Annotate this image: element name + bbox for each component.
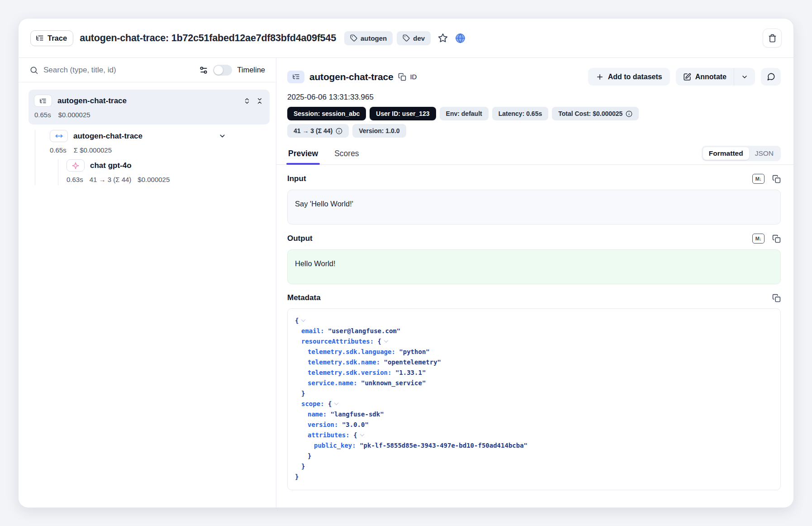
json-line: telemetry.sdk.version: "1.33.1" [295, 368, 773, 378]
search-icon [29, 66, 38, 75]
copy-id-icon[interactable] [398, 73, 406, 81]
node-latency: 0.65s [34, 111, 51, 119]
annotate-menu-button[interactable] [734, 68, 755, 86]
info-icon[interactable] [336, 128, 342, 134]
json-line: } [295, 388, 773, 399]
copy-icon[interactable] [772, 234, 781, 243]
node-cost: $0.000025 [138, 176, 170, 183]
collapse-chevron-icon[interactable] [360, 432, 364, 436]
annotate-label: Annotate [695, 73, 727, 81]
detail-actions: Add to datasets Annotate [588, 68, 781, 86]
total-cost-badge: Total Cost: $0.000025 [552, 107, 639, 120]
tree-node-trace[interactable]: autogen-chat-trace 0.65s [28, 90, 270, 124]
json-line: scope: { [295, 399, 773, 409]
info-icon[interactable] [626, 110, 632, 117]
json-line: } [295, 461, 773, 472]
tree-node-generation[interactable]: chat gpt-4o 0.63s 41 → 3 (Σ 44) $0.00002… [66, 159, 270, 183]
json-line: } [295, 472, 773, 482]
input-label: Input [287, 174, 306, 183]
format-toggle-json[interactable]: JSON [749, 147, 779, 160]
json-line: service.name: "unknown_service" [295, 378, 773, 388]
list-tree-icon [36, 34, 44, 42]
output-label: Output [287, 234, 313, 243]
comment-bubble-icon [767, 72, 775, 81]
trace-detail-panel: autogen-chat-trace ID Add to datasets [276, 58, 793, 507]
id-label: ID [410, 73, 417, 81]
collapse-chevron-icon[interactable] [334, 401, 339, 405]
badge-row-1: Session: session_abc User ID: user_123 E… [287, 107, 781, 120]
chevron-down-icon[interactable] [218, 132, 226, 140]
trace-tree: autogen-chat-trace 0.65s [19, 82, 276, 185]
window-header: Trace autogen-chat-trace: 1b72c51fabed12… [19, 19, 793, 58]
json-line: attributes: { [295, 430, 773, 440]
collapse-chevron-icon[interactable] [384, 338, 389, 343]
tab-scores[interactable]: Scores [333, 148, 360, 164]
node-cost: $0.000025 [58, 111, 90, 119]
tree-children: chat gpt-4o 0.63s 41 → 3 (Σ 44) $0.00002… [58, 159, 270, 185]
node-latency: 0.63s [66, 176, 83, 183]
detail-tabs-row: Preview Scores Formatted JSON [276, 146, 793, 165]
json-line: telemetry.sdk.language: "python" [295, 347, 773, 357]
tag-autogen[interactable]: autogen [344, 31, 393, 45]
latency-badge: Latency: 0.65s [492, 107, 549, 120]
trace-type-icon-badge [287, 71, 304, 83]
tree-search-row: Timeline [19, 58, 276, 82]
tag-icon [350, 34, 357, 42]
json-line: public_key: "pk-lf-5855d85e-3943-497e-bd… [295, 440, 773, 451]
edit-icon [683, 73, 691, 81]
collapse-chevron-icon[interactable] [301, 317, 306, 322]
page-title: autogen-chat-trace: 1b72c51fabed12ae7df8… [80, 33, 336, 44]
node-tokens: 41 → 3 (Σ 44) [90, 176, 132, 183]
tree-node-label: chat gpt-4o [90, 161, 132, 170]
generation-node-badge [66, 159, 85, 172]
json-line: version: "3.0.0" [295, 420, 773, 430]
trace-tree-panel: Timeline autogen-chat-trace [19, 58, 276, 507]
trace-type-badge: Trace [30, 30, 73, 46]
comments-button[interactable] [761, 68, 781, 86]
annotate-split-button: Annotate [676, 68, 755, 86]
add-to-datasets-label: Add to datasets [608, 73, 662, 81]
expand-all-icon[interactable] [243, 97, 251, 105]
annotate-button[interactable]: Annotate [676, 68, 734, 86]
copy-icon[interactable] [772, 294, 781, 302]
tree-children: autogen-chat-trace 0.65s Σ $0.000025 [35, 130, 270, 185]
tag-icon [403, 34, 410, 42]
timeline-toggle-label: Timeline [237, 66, 265, 74]
view-settings-icon[interactable] [199, 66, 208, 75]
star-icon[interactable] [438, 33, 448, 43]
copy-icon[interactable] [772, 175, 781, 183]
json-line: resourceAttributes: { [295, 336, 773, 347]
output-section-header: Output M↓ [287, 234, 781, 244]
tree-node-label: autogen-chat-trace [57, 96, 127, 105]
tab-preview[interactable]: Preview [287, 148, 319, 164]
node-cost: Σ $0.000025 [74, 146, 112, 154]
markdown-toggle-icon[interactable]: M↓ [752, 234, 765, 244]
globe-icon[interactable] [455, 33, 465, 43]
preview-sections: Input M↓ Say 'Hello World!' Output M↓ [287, 165, 781, 499]
tree-node-span[interactable]: autogen-chat-trace 0.65s Σ $0.000025 [50, 130, 270, 154]
json-line: } [295, 451, 773, 461]
session-badge[interactable]: Session: session_abc [287, 107, 366, 120]
output-content: Hello World! [287, 249, 781, 284]
span-node-badge [50, 130, 68, 142]
timeline-toggle[interactable] [213, 65, 232, 76]
search-input[interactable] [43, 66, 194, 75]
tag-dev[interactable]: dev [397, 31, 431, 45]
collapse-all-icon[interactable] [256, 97, 263, 105]
format-toggle-formatted[interactable]: Formatted [703, 147, 749, 160]
markdown-toggle-icon[interactable]: M↓ [752, 174, 765, 184]
json-line: { [295, 316, 773, 326]
delete-trace-button[interactable] [763, 29, 782, 48]
format-toggle: Formatted JSON [702, 146, 781, 161]
trash-icon [768, 34, 777, 43]
metadata-label: Metadata [287, 293, 321, 302]
trace-node-badge [34, 95, 52, 107]
tag-label: autogen [361, 34, 387, 42]
env-badge: Env: default [440, 107, 489, 120]
json-line: email: "user@langfuse.com" [295, 326, 773, 336]
input-content: Say 'Hello World!' [287, 190, 781, 225]
json-line: name: "langfuse-sdk" [295, 409, 773, 420]
add-to-datasets-button[interactable]: Add to datasets [588, 68, 670, 86]
user-badge[interactable]: User ID: user_123 [370, 107, 436, 120]
input-section-header: Input M↓ [287, 174, 781, 184]
